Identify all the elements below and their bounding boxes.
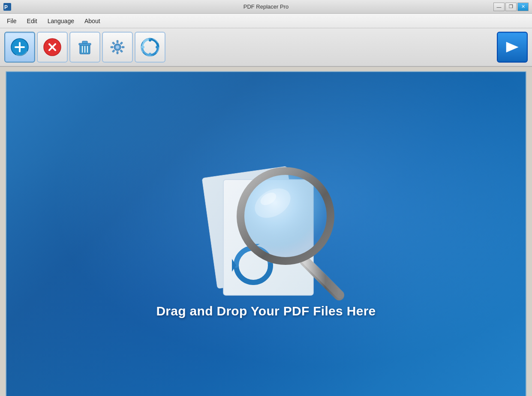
menu-item-file[interactable]: File <box>2 16 22 26</box>
help-button[interactable] <box>135 32 165 63</box>
window-controls: — ❐ ✕ <box>493 3 529 11</box>
add-icon <box>10 38 29 57</box>
svg-point-28 <box>156 46 158 48</box>
close-button[interactable]: ✕ <box>517 3 529 11</box>
svg-rect-18 <box>120 42 123 45</box>
drop-zone[interactable]: Drag and Drop Your PDF Files Here <box>6 71 526 396</box>
settings-button[interactable] <box>102 32 133 63</box>
svg-rect-23 <box>111 46 113 48</box>
svg-rect-19 <box>122 46 124 48</box>
title-bar-left: P <box>3 3 11 11</box>
drop-zone-text: Drag and Drop Your PDF Files Here <box>156 304 376 318</box>
next-arrow-icon <box>503 38 522 57</box>
toolbar <box>0 28 532 67</box>
svg-rect-17 <box>117 40 118 43</box>
svg-rect-5 <box>19 42 21 52</box>
svg-point-16 <box>116 45 119 49</box>
delete-button[interactable] <box>69 32 100 63</box>
gear-icon <box>108 38 127 57</box>
svg-marker-31 <box>506 42 518 52</box>
help-icon <box>141 38 159 57</box>
svg-point-30 <box>142 46 144 48</box>
svg-rect-21 <box>117 51 118 54</box>
svg-point-29 <box>149 53 151 55</box>
add-files-button[interactable] <box>4 32 35 63</box>
app-icon: P <box>3 3 11 11</box>
next-button[interactable] <box>497 32 528 63</box>
window-title: PDF Replacer Pro <box>243 3 289 10</box>
toolbar-buttons-left <box>4 32 165 63</box>
svg-point-38 <box>240 171 331 261</box>
svg-rect-10 <box>79 43 91 45</box>
trash-icon <box>75 38 94 57</box>
remove-icon <box>43 38 62 57</box>
svg-rect-24 <box>112 42 115 45</box>
svg-text:P: P <box>4 4 8 10</box>
illustration <box>176 150 356 312</box>
menu-item-about[interactable]: About <box>79 16 105 26</box>
minimize-button[interactable]: — <box>493 3 505 11</box>
remove-button[interactable] <box>37 32 68 63</box>
menu-item-language[interactable]: Language <box>42 16 79 26</box>
title-bar: P PDF Replacer Pro — ❐ ✕ <box>0 0 532 14</box>
svg-rect-20 <box>120 50 123 53</box>
menu-item-edit[interactable]: Edit <box>22 16 42 26</box>
menu-bar: File Edit Language About <box>0 14 532 28</box>
svg-point-27 <box>149 39 151 42</box>
svg-rect-22 <box>112 50 115 53</box>
svg-rect-11 <box>82 41 87 43</box>
restore-button[interactable]: ❐ <box>505 3 517 11</box>
